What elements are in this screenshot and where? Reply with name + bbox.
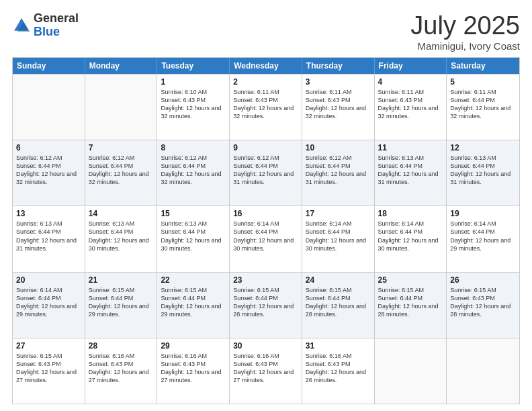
day-number: 27 (16, 341, 81, 351)
cell-info: Sunrise: 6:13 AM Sunset: 6:44 PM Dayligh… (378, 154, 443, 187)
cell-info: Sunrise: 6:15 AM Sunset: 6:44 PM Dayligh… (89, 286, 154, 319)
cal-cell (13, 75, 85, 140)
cell-info: Sunrise: 6:11 AM Sunset: 6:43 PM Dayligh… (378, 88, 443, 121)
cal-cell: 17Sunrise: 6:14 AM Sunset: 6:44 PM Dayli… (302, 206, 375, 271)
cal-cell: 7Sunrise: 6:12 AM Sunset: 6:44 PM Daylig… (85, 140, 158, 205)
day-number: 2 (233, 77, 298, 87)
cal-cell: 21Sunrise: 6:15 AM Sunset: 6:44 PM Dayli… (85, 273, 158, 338)
cell-info: Sunrise: 6:14 AM Sunset: 6:44 PM Dayligh… (233, 220, 298, 253)
cal-cell: 1Sunrise: 6:10 AM Sunset: 6:43 PM Daylig… (157, 75, 230, 140)
cal-cell: 30Sunrise: 6:16 AM Sunset: 6:43 PM Dayli… (230, 338, 302, 404)
day-number: 18 (378, 209, 443, 218)
header: General Blue July 2025 Maminigui, Ivory … (12, 12, 520, 52)
calendar-header: SundayMondayTuesdayWednesdayThursdayFrid… (13, 58, 519, 74)
location-subtitle: Maminigui, Ivory Coast (410, 40, 520, 52)
day-header-thursday: Thursday (302, 58, 375, 74)
cal-cell: 12Sunrise: 6:13 AM Sunset: 6:44 PM Dayli… (447, 140, 519, 205)
cal-cell: 24Sunrise: 6:15 AM Sunset: 6:44 PM Dayli… (302, 273, 375, 338)
cal-cell: 31Sunrise: 6:16 AM Sunset: 6:43 PM Dayli… (302, 338, 375, 404)
cell-info: Sunrise: 6:12 AM Sunset: 6:44 PM Dayligh… (16, 154, 81, 187)
cell-info: Sunrise: 6:14 AM Sunset: 6:44 PM Dayligh… (16, 286, 81, 319)
day-number: 15 (161, 209, 226, 218)
day-number: 30 (233, 341, 298, 351)
cal-cell: 14Sunrise: 6:13 AM Sunset: 6:44 PM Dayli… (85, 206, 158, 271)
cal-cell: 5Sunrise: 6:11 AM Sunset: 6:44 PM Daylig… (447, 75, 519, 140)
day-number: 24 (306, 275, 371, 285)
cell-info: Sunrise: 6:16 AM Sunset: 6:43 PM Dayligh… (161, 352, 226, 385)
cell-info: Sunrise: 6:12 AM Sunset: 6:44 PM Dayligh… (306, 154, 371, 187)
cal-cell (447, 338, 519, 404)
day-number: 3 (306, 77, 371, 87)
cal-cell (375, 338, 447, 404)
day-number: 10 (306, 143, 371, 152)
day-number: 14 (89, 209, 154, 218)
cal-cell: 18Sunrise: 6:14 AM Sunset: 6:44 PM Dayli… (375, 206, 447, 271)
cal-cell: 25Sunrise: 6:15 AM Sunset: 6:44 PM Dayli… (375, 273, 447, 338)
cell-info: Sunrise: 6:16 AM Sunset: 6:43 PM Dayligh… (233, 352, 298, 385)
day-header-tuesday: Tuesday (157, 58, 230, 74)
day-number: 25 (378, 275, 443, 285)
cal-row-2: 13Sunrise: 6:13 AM Sunset: 6:44 PM Dayli… (13, 205, 519, 271)
day-number: 13 (16, 209, 81, 218)
cal-row-0: 1Sunrise: 6:10 AM Sunset: 6:43 PM Daylig… (13, 74, 519, 140)
cal-cell: 10Sunrise: 6:12 AM Sunset: 6:44 PM Dayli… (302, 140, 375, 205)
cal-cell: 26Sunrise: 6:15 AM Sunset: 6:43 PM Dayli… (447, 273, 519, 338)
cal-cell: 13Sunrise: 6:13 AM Sunset: 6:44 PM Dayli… (13, 206, 85, 271)
cell-info: Sunrise: 6:16 AM Sunset: 6:43 PM Dayligh… (306, 352, 371, 385)
cal-cell: 6Sunrise: 6:12 AM Sunset: 6:44 PM Daylig… (13, 140, 85, 205)
logo: General Blue (12, 12, 79, 39)
cell-info: Sunrise: 6:15 AM Sunset: 6:44 PM Dayligh… (306, 286, 371, 319)
logo-icon (12, 16, 31, 35)
day-number: 4 (378, 77, 443, 87)
day-header-saturday: Saturday (447, 58, 519, 74)
day-number: 21 (89, 275, 154, 285)
cal-cell: 29Sunrise: 6:16 AM Sunset: 6:43 PM Dayli… (157, 338, 230, 404)
day-number: 1 (161, 77, 226, 87)
day-number: 20 (16, 275, 81, 285)
cell-info: Sunrise: 6:13 AM Sunset: 6:44 PM Dayligh… (161, 220, 226, 253)
cell-info: Sunrise: 6:14 AM Sunset: 6:44 PM Dayligh… (306, 220, 371, 253)
cell-info: Sunrise: 6:11 AM Sunset: 6:43 PM Dayligh… (306, 88, 371, 121)
calendar: SundayMondayTuesdayWednesdayThursdayFrid… (12, 57, 520, 404)
day-header-wednesday: Wednesday (230, 58, 302, 74)
day-number: 16 (233, 209, 298, 218)
cal-cell: 22Sunrise: 6:15 AM Sunset: 6:44 PM Dayli… (157, 273, 230, 338)
day-number: 23 (233, 275, 298, 285)
day-number: 8 (161, 143, 226, 152)
cell-info: Sunrise: 6:12 AM Sunset: 6:44 PM Dayligh… (161, 154, 226, 187)
logo-text: General Blue (34, 12, 79, 39)
cell-info: Sunrise: 6:15 AM Sunset: 6:44 PM Dayligh… (233, 286, 298, 319)
day-number: 22 (161, 275, 226, 285)
day-number: 12 (450, 143, 516, 152)
cal-cell: 15Sunrise: 6:13 AM Sunset: 6:44 PM Dayli… (157, 206, 230, 271)
cal-cell: 20Sunrise: 6:14 AM Sunset: 6:44 PM Dayli… (13, 273, 85, 338)
cal-cell: 28Sunrise: 6:16 AM Sunset: 6:43 PM Dayli… (85, 338, 158, 404)
cal-cell: 16Sunrise: 6:14 AM Sunset: 6:44 PM Dayli… (230, 206, 302, 271)
cell-info: Sunrise: 6:16 AM Sunset: 6:43 PM Dayligh… (89, 352, 154, 385)
logo-general-text: General (34, 11, 79, 25)
title-block: July 2025 Maminigui, Ivory Coast (410, 12, 520, 52)
page: General Blue July 2025 Maminigui, Ivory … (0, 0, 532, 411)
cal-row-4: 27Sunrise: 6:15 AM Sunset: 6:43 PM Dayli… (13, 338, 519, 404)
cell-info: Sunrise: 6:15 AM Sunset: 6:43 PM Dayligh… (450, 286, 516, 319)
day-number: 26 (450, 275, 516, 285)
cal-row-1: 6Sunrise: 6:12 AM Sunset: 6:44 PM Daylig… (13, 140, 519, 205)
month-title: July 2025 (410, 12, 520, 40)
cal-cell: 19Sunrise: 6:14 AM Sunset: 6:44 PM Dayli… (447, 206, 519, 271)
cal-cell: 23Sunrise: 6:15 AM Sunset: 6:44 PM Dayli… (230, 273, 302, 338)
cell-info: Sunrise: 6:14 AM Sunset: 6:44 PM Dayligh… (450, 220, 516, 253)
day-header-sunday: Sunday (13, 58, 85, 74)
cell-info: Sunrise: 6:10 AM Sunset: 6:43 PM Dayligh… (161, 88, 226, 121)
cal-row-3: 20Sunrise: 6:14 AM Sunset: 6:44 PM Dayli… (13, 272, 519, 338)
day-number: 7 (89, 143, 154, 152)
day-number: 6 (16, 143, 81, 152)
cell-info: Sunrise: 6:12 AM Sunset: 6:44 PM Dayligh… (89, 154, 154, 187)
cal-cell: 9Sunrise: 6:12 AM Sunset: 6:44 PM Daylig… (230, 140, 302, 205)
cell-info: Sunrise: 6:15 AM Sunset: 6:44 PM Dayligh… (161, 286, 226, 319)
day-number: 11 (378, 143, 443, 152)
day-number: 29 (161, 341, 226, 351)
cell-info: Sunrise: 6:14 AM Sunset: 6:44 PM Dayligh… (378, 220, 443, 253)
logo-blue-text: Blue (34, 25, 60, 38)
cell-info: Sunrise: 6:13 AM Sunset: 6:44 PM Dayligh… (89, 220, 154, 253)
day-number: 28 (89, 341, 154, 351)
